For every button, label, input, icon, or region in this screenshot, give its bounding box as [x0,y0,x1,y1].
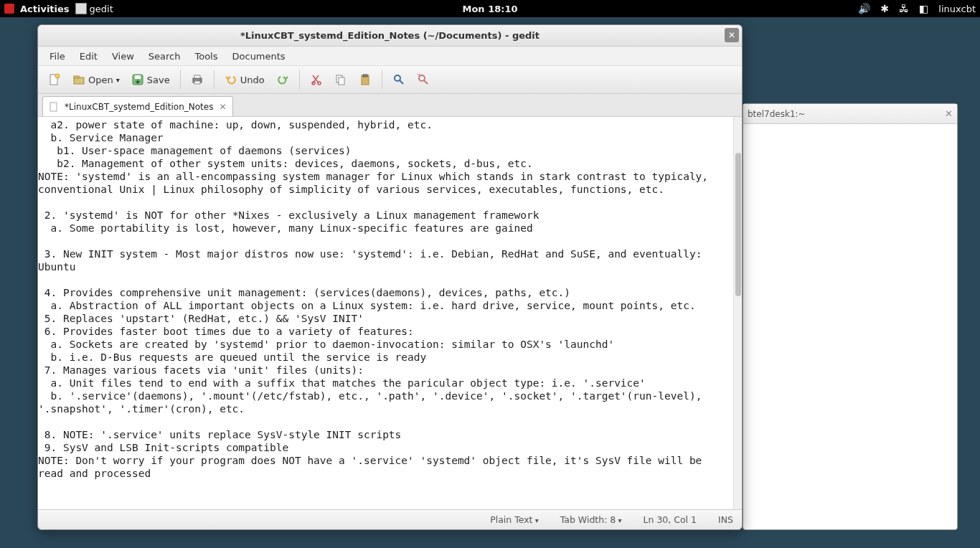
scrollbar-thumb[interactable] [735,153,741,296]
print-button[interactable] [187,70,208,90]
svg-point-10 [318,82,321,85]
find-replace-icon [417,73,430,86]
terminal-titlebar[interactable]: btel7desk1:~ ✕ [743,104,957,124]
taskbar-gedit-label: gedit [90,4,113,14]
menu-file[interactable]: File [44,49,71,63]
toolbar-separator [214,70,215,89]
find-button[interactable] [388,70,410,90]
undo-icon [225,73,237,86]
svg-rect-7 [194,75,200,78]
user-label[interactable]: linuxcbt [938,4,976,14]
editor-text[interactable]: a2. power state of machine: up, down, su… [38,117,733,509]
gnome-topbar: Activities gedit Mon 18:10 🔊 ✱ 🖧 ◧ linux… [0,0,980,17]
svg-rect-5 [135,75,141,79]
tab-close-icon[interactable]: ✕ [219,102,226,112]
toolbar: Open ▾ Save Undo [38,65,742,94]
redo-button[interactable] [272,70,293,90]
svg-point-16 [419,75,425,81]
svg-point-15 [395,75,400,81]
menu-view[interactable]: View [106,49,140,63]
save-button[interactable]: Save [127,70,174,90]
cut-icon [310,73,323,86]
terminal-window[interactable]: btel7desk1:~ ✕ [743,103,958,530]
save-label: Save [147,75,170,85]
svg-point-1 [55,74,60,78]
svg-rect-12 [339,77,344,85]
paste-icon [359,73,372,86]
terminal-title: btel7desk1:~ [748,109,945,119]
print-icon [191,73,204,86]
menu-search[interactable]: Search [143,49,187,63]
save-icon [131,73,144,86]
vertical-scrollbar[interactable] [733,117,742,509]
insert-mode: INS [718,514,733,525]
svg-rect-3 [74,76,79,78]
editor-area: a2. power state of machine: up, down, su… [38,117,742,509]
gedit-titlebar[interactable]: *LinuxCBT_systemd_Edition_Notes (~/Docum… [38,25,742,47]
paste-button[interactable] [354,70,376,90]
copy-button[interactable] [330,70,352,90]
new-button[interactable] [44,70,65,90]
cut-button[interactable] [306,70,327,90]
open-label: Open [88,75,113,85]
tabbar: *LinuxCBT_systemd_Edition_Notes ✕ [38,94,742,117]
undo-label: Undo [240,75,265,85]
open-button[interactable]: Open ▾ [68,70,124,90]
svg-point-9 [312,82,315,85]
open-icon [72,73,85,86]
svg-rect-17 [50,103,57,111]
close-button[interactable]: ✕ [725,28,739,42]
bluetooth-icon[interactable]: ✱ [880,3,889,14]
tab-label: *LinuxCBT_systemd_Edition_Notes [65,102,213,112]
gedit-window: *LinuxCBT_systemd_Edition_Notes (~/Docum… [37,24,743,530]
redo-icon [276,73,289,86]
activities-button[interactable]: Activities [20,4,70,14]
terminal-close-icon[interactable]: ✕ [945,108,953,119]
toolbar-separator [180,70,181,89]
search-icon [392,73,405,86]
user-menu-icon[interactable]: ◧ [919,3,928,14]
new-file-icon [48,73,61,86]
cursor-position: Ln 30, Col 1 [644,514,697,525]
document-icon [49,102,59,112]
desktop: btel7desk1:~ ✕ *LinuxCBT_systemd_Edition… [0,17,980,548]
svg-rect-8 [194,81,200,84]
close-icon: ✕ [728,30,735,40]
window-title: *LinuxCBT_systemd_Edition_Notes (~/Docum… [240,30,540,41]
menu-documents[interactable]: Documents [227,49,291,63]
activities-icon [4,4,14,14]
menubar: File Edit View Search Tools Documents [38,47,742,65]
menu-tools[interactable]: Tools [189,49,223,63]
tabwidth-selector[interactable]: Tab Width: 8 [560,514,622,525]
toolbar-separator [382,70,382,89]
volume-icon[interactable]: 🔊 [858,3,870,14]
clock[interactable]: Mon 18:10 [462,4,517,14]
document-tab[interactable]: *LinuxCBT_systemd_Edition_Notes ✕ [42,96,233,116]
chevron-down-icon: ▾ [116,76,120,84]
undo-button[interactable]: Undo [220,70,269,90]
network-icon[interactable]: 🖧 [899,3,909,14]
gedit-app-icon [75,3,87,14]
copy-icon [334,73,347,86]
svg-rect-14 [363,75,367,77]
menu-edit[interactable]: Edit [74,49,103,63]
statusbar: Plain Text Tab Width: 8 Ln 30, Col 1 INS [38,509,742,529]
find-replace-button[interactable] [413,70,434,90]
taskbar-gedit[interactable]: gedit [75,3,113,14]
syntax-selector[interactable]: Plain Text [490,514,539,525]
toolbar-separator [299,70,300,89]
